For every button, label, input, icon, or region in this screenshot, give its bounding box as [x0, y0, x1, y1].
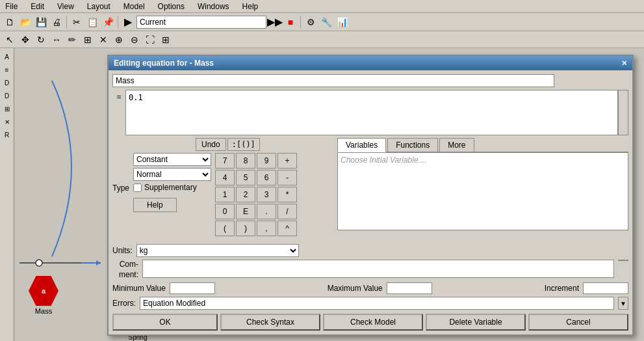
select-tool[interactable]: ↖	[3, 33, 17, 47]
menu-help[interactable]: Help	[240, 2, 261, 11]
calc-minus[interactable]: -	[277, 170, 297, 185]
menu-options[interactable]: Options	[155, 2, 187, 11]
open-btn[interactable]: 📂	[18, 15, 32, 29]
calc-5[interactable]: 5	[236, 170, 255, 185]
minimum-input[interactable]	[170, 282, 215, 294]
comment-textarea[interactable]	[142, 260, 614, 278]
cancel-button[interactable]: Cancel	[528, 314, 628, 331]
print-btn[interactable]: 🖨	[49, 15, 64, 29]
side-btn-6[interactable]: ✕	[1, 116, 13, 128]
comment-scrollbar[interactable]	[618, 260, 628, 261]
delete-tool[interactable]: ✕	[96, 33, 110, 47]
side-btn-4[interactable]: D	[1, 90, 13, 102]
copy-btn[interactable]: 📋	[85, 15, 99, 29]
calc-lparen[interactable]: (	[215, 221, 235, 236]
action-buttons-row: OK Check Syntax Check Model Delete Varia…	[112, 314, 628, 331]
increment-input[interactable]	[583, 282, 628, 294]
units-select[interactable]: kg	[136, 244, 299, 257]
tool2[interactable]: 🔧	[319, 15, 333, 29]
help-button[interactable]: Help	[133, 198, 177, 212]
save-btn[interactable]: 💾	[34, 15, 48, 29]
bracket-button[interactable]: :[()]	[227, 138, 260, 151]
delete-variable-button[interactable]: Delete Variable	[426, 314, 526, 331]
tab-more[interactable]: More	[439, 138, 474, 152]
variable-name-input[interactable]	[112, 74, 554, 87]
calc-e[interactable]: E	[236, 204, 255, 219]
mass-node[interactable]: a Mass	[29, 276, 58, 315]
flip-tool[interactable]: ↔	[49, 33, 64, 47]
mass-hexagon-label: a	[42, 287, 45, 295]
calc-divide[interactable]: /	[277, 204, 297, 219]
calc-comma[interactable]: ,	[257, 221, 276, 236]
stop-icon[interactable]: ■	[283, 15, 298, 29]
menu-windows[interactable]: Windows	[195, 2, 232, 11]
supplementary-checkbox[interactable]	[133, 184, 142, 192]
side-btn-5[interactable]: ⊞	[1, 103, 13, 115]
calc-plus[interactable]: +	[277, 153, 297, 169]
current-input[interactable]	[136, 16, 266, 29]
calc-6[interactable]: 6	[257, 170, 276, 185]
calc-dot[interactable]: .	[257, 204, 276, 219]
svg-point-1	[36, 260, 42, 266]
check-model-button[interactable]: Check Model	[323, 314, 423, 331]
tool3[interactable]: 📊	[335, 15, 349, 29]
calc-9[interactable]: 9	[257, 153, 276, 169]
variables-placeholder: Choose Initial Variable....	[341, 156, 427, 165]
connect-tool[interactable]: ⊞	[81, 33, 95, 47]
units-label: Units:	[112, 246, 133, 255]
errors-input[interactable]	[140, 297, 614, 310]
menu-edit[interactable]: Edit	[28, 2, 47, 11]
sep1	[66, 16, 67, 29]
tab-functions[interactable]: Functions	[387, 138, 438, 152]
paste-btn[interactable]: 📌	[101, 15, 115, 29]
new-btn[interactable]: 🗋	[3, 15, 17, 29]
menu-layout[interactable]: Layout	[84, 2, 113, 11]
equation-scrollbar[interactable]	[618, 90, 628, 135]
type-select[interactable]: Constant	[133, 153, 211, 166]
calc-rparen[interactable]: )	[236, 221, 255, 236]
undo-button[interactable]: Undo	[196, 138, 226, 151]
move-tool[interactable]: ✥	[18, 33, 32, 47]
maximum-input[interactable]	[387, 282, 432, 294]
equation-textarea[interactable]: 0.1	[125, 90, 618, 135]
menu-model[interactable]: Model	[121, 2, 148, 11]
calc-8[interactable]: 8	[236, 153, 255, 169]
grid-tool[interactable]: ⊞	[159, 33, 173, 47]
increment-label: Increment	[545, 284, 579, 293]
equation-dialog: Editing equation for - Mass ✕ = 0.1 T	[107, 55, 634, 336]
tool1[interactable]: ⚙	[303, 15, 318, 29]
rotate-tool[interactable]: ↻	[34, 33, 48, 47]
dialog-close-btn[interactable]: ✕	[621, 59, 627, 68]
fit-view[interactable]: ⛶	[143, 33, 157, 47]
calc-2[interactable]: 2	[236, 187, 255, 202]
run-icon[interactable]: ▶	[121, 15, 135, 29]
calc-multiply[interactable]: *	[277, 187, 297, 202]
calc-power[interactable]: ^	[277, 221, 297, 236]
zoom-out[interactable]: ⊖	[127, 33, 142, 47]
calc-0[interactable]: 0	[215, 204, 235, 219]
cut-btn[interactable]: ✂	[70, 15, 84, 29]
side-btn-7[interactable]: R	[1, 129, 13, 141]
side-btn-3[interactable]: D	[1, 77, 13, 89]
calc-7[interactable]: 7	[215, 153, 235, 169]
tab-variables[interactable]: Variables	[337, 138, 386, 152]
calc-1[interactable]: 1	[215, 187, 235, 202]
equals-label: =	[112, 90, 125, 135]
side-btn-1[interactable]: A	[1, 51, 13, 62]
dialog-body: = 0.1 Type	[109, 70, 632, 334]
variable-name-row	[112, 74, 628, 87]
draw-tool[interactable]: ✏	[65, 33, 79, 47]
check-syntax-button[interactable]: Check Syntax	[220, 314, 320, 331]
errors-dropdown-btn[interactable]: ▼	[618, 297, 628, 310]
normal-select[interactable]: Normal	[133, 168, 211, 181]
equation-editor-row: = 0.1	[112, 90, 628, 135]
supplementary-row: Supplementary	[133, 183, 211, 192]
zoom-in[interactable]: ⊕	[112, 33, 126, 47]
calc-3[interactable]: 3	[257, 187, 276, 202]
calc-4[interactable]: 4	[215, 170, 235, 185]
side-btn-2[interactable]: ≡	[1, 64, 13, 75]
menu-view[interactable]: View	[55, 2, 77, 11]
run2-icon[interactable]: ▶▶	[268, 15, 282, 29]
ok-button[interactable]: OK	[112, 314, 218, 331]
menu-file[interactable]: File	[3, 2, 20, 11]
